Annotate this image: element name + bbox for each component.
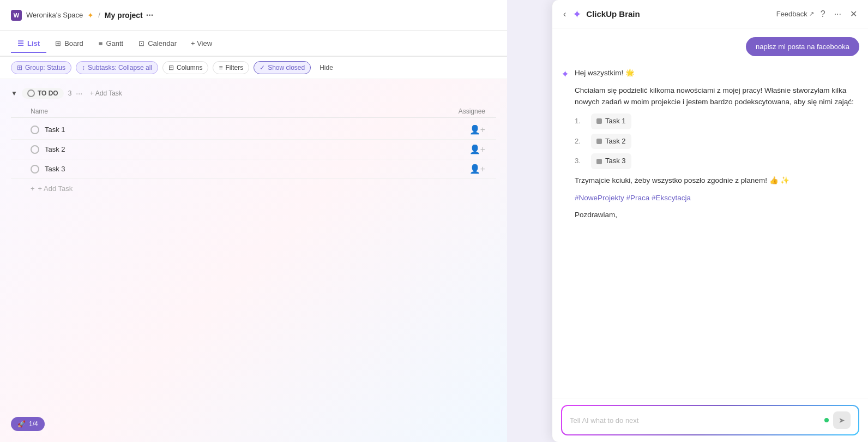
tab-list[interactable]: ☰ List — [11, 35, 46, 53]
user-prompt: napisz mi posta na facebooka — [561, 37, 859, 56]
list-area: ▼ TO DO 3 ··· + Add Task Name Assignee T… — [0, 79, 507, 442]
columns-icon: ⊟ — [168, 64, 174, 71]
hide-button[interactable]: Hide — [315, 62, 337, 74]
list-item: 1. Task 1 — [575, 114, 859, 129]
table-row[interactable]: Task 1 👤+ — [11, 120, 496, 140]
filter-icon: ≡ — [219, 64, 222, 71]
tab-board[interactable]: ⊞ Board — [49, 35, 90, 53]
add-task-plus-icon: + — [31, 184, 35, 193]
ai-hashtags: #NoweProjekty #Praca #Ekscytacja — [575, 192, 859, 204]
assignee-add-icon[interactable]: 👤+ — [453, 144, 496, 154]
subtasks-label: Subtasks: Collapse all — [88, 64, 152, 71]
assignee-column-header: Assignee — [453, 107, 496, 115]
panel-help-button[interactable]: ? — [818, 7, 828, 21]
calendar-tab-icon: ⊡ — [138, 39, 144, 47]
tab-gantt-label: Gantt — [106, 39, 123, 47]
ai-paragraph1: Chciałam się podzielić kilkoma nowościam… — [575, 85, 859, 108]
tab-calendar-label: Calendar — [148, 39, 177, 47]
task-name: Task 3 — [45, 165, 453, 173]
tab-calendar[interactable]: ⊡ Calendar — [132, 35, 183, 53]
ai-task-list: 1. Task 1 2. Task 2 3. — [575, 114, 859, 169]
show-closed-label: Show closed — [268, 64, 305, 71]
task-chip-label-1: Task 1 — [605, 116, 626, 127]
task-num-1: 1. — [575, 116, 586, 127]
panel-more-button[interactable]: ··· — [832, 7, 843, 21]
section-more-icon[interactable]: ··· — [76, 89, 82, 98]
tab-list-label: List — [27, 39, 40, 47]
task-chip-1[interactable]: Task 1 — [591, 114, 631, 129]
task-num-2: 2. — [575, 136, 586, 147]
add-task-label: + Add Task — [38, 184, 73, 193]
ai-paragraph2: Trzymajcie kciuki, żeby wszystko poszło … — [575, 175, 859, 187]
task-chip-square-icon — [596, 118, 602, 124]
task-status-icon — [31, 165, 39, 174]
ai-input[interactable] — [570, 416, 820, 425]
collapse-arrow-icon[interactable]: ▼ — [11, 89, 17, 97]
task-chip-square-icon — [596, 139, 602, 144]
assignee-add-icon[interactable]: 👤+ — [453, 164, 496, 174]
task-chip-2[interactable]: Task 2 — [591, 134, 631, 150]
task-num-3: 3. — [575, 156, 586, 167]
show-closed-icon: ✓ — [260, 64, 265, 71]
tab-board-label: Board — [64, 39, 83, 47]
feedback-label: Feedback — [776, 10, 807, 18]
filters-label: Filters — [225, 64, 243, 71]
task-name: Task 2 — [45, 145, 453, 153]
panel-content: napisz mi posta na facebooka ✦ Hej wszys… — [552, 28, 868, 398]
brain-sparkle-icon: ✦ — [572, 8, 582, 21]
ai-greeting: Hej wszystkim! 🌟 — [575, 67, 859, 79]
list-item: 3. Task 3 — [575, 153, 859, 169]
left-panel: W Weronika's Space ✦ / My project ··· ☰ … — [0, 0, 507, 442]
subtasks-chip[interactable]: ↕ Subtasks: Collapse all — [76, 61, 158, 74]
status-label: TO DO — [38, 89, 58, 97]
task-chip-label-3: Task 3 — [605, 156, 626, 167]
columns-chip[interactable]: ⊟ Columns — [162, 61, 208, 74]
bottom-badge[interactable]: 🚀 1/4 — [11, 417, 45, 431]
add-view-button[interactable]: + View — [185, 35, 218, 52]
gantt-tab-icon: ≡ — [99, 39, 103, 47]
ai-closing: Pozdrawiam, — [575, 209, 859, 221]
show-closed-chip[interactable]: ✓ Show closed — [254, 61, 311, 74]
project-name[interactable]: My project ··· — [105, 10, 153, 20]
ai-response: ✦ Hej wszystkim! 🌟 Chciałam się podzieli… — [561, 67, 859, 226]
project-name-text: My project — [105, 11, 143, 20]
filters-bar: ⊞ Group: Status ↕ Subtasks: Collapse all… — [0, 57, 507, 79]
panel-close-button[interactable]: ✕ — [848, 7, 859, 21]
task-name: Task 1 — [45, 126, 453, 134]
columns-label: Columns — [177, 64, 202, 71]
table-row[interactable]: Task 2 👤+ — [11, 140, 496, 159]
table-row[interactable]: Task 3 👤+ — [11, 159, 496, 179]
add-task-row[interactable]: + + Add Task — [11, 179, 496, 198]
section-header: ▼ TO DO 3 ··· + Add Task — [11, 88, 496, 99]
add-task-header-label: + Add Task — [90, 89, 122, 97]
add-task-header-button[interactable]: + Add Task — [87, 88, 125, 98]
input-status-dot — [824, 418, 829, 422]
list-item: 2. Task 2 — [575, 134, 859, 150]
right-panel: ‹ ✦ ClickUp Brain Feedback ↗ ? ··· ✕ nap… — [552, 0, 868, 442]
panel-header: ‹ ✦ ClickUp Brain Feedback ↗ ? ··· ✕ — [552, 0, 868, 28]
panel-input-area: ➤ — [552, 398, 868, 442]
status-badge: TO DO — [22, 88, 64, 99]
send-button[interactable]: ➤ — [833, 411, 851, 429]
task-chip-square-icon — [596, 159, 602, 164]
top-bar: W Weronika's Space ✦ / My project ··· — [0, 0, 507, 31]
filters-chip[interactable]: ≡ Filters — [213, 61, 249, 74]
tab-gantt[interactable]: ≡ Gantt — [92, 35, 130, 53]
task-chip-3[interactable]: Task 3 — [591, 153, 631, 169]
workspace-name[interactable]: Weronika's Space — [26, 11, 83, 19]
panel-title: ClickUp Brain — [586, 9, 771, 19]
project-more-icon[interactable]: ··· — [146, 10, 153, 20]
column-headers: Name Assignee — [11, 105, 496, 118]
assignee-add-icon[interactable]: 👤+ — [453, 124, 496, 135]
task-status-icon — [31, 145, 39, 154]
board-tab-icon: ⊞ — [55, 39, 61, 47]
feedback-link[interactable]: Feedback ↗ — [776, 10, 814, 18]
badge-count: 1/4 — [29, 420, 38, 428]
input-wrapper: ➤ — [561, 405, 859, 435]
user-bubble: napisz mi posta na facebooka — [746, 37, 859, 56]
subtasks-icon: ↕ — [82, 64, 85, 71]
task-status-icon — [31, 126, 39, 134]
group-status-chip[interactable]: ⊞ Group: Status — [11, 61, 71, 74]
panel-back-button[interactable]: ‹ — [561, 7, 568, 21]
task-count: 3 — [68, 89, 72, 97]
